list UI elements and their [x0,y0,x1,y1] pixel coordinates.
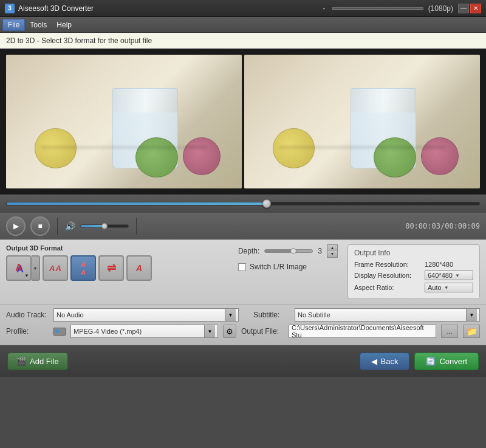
volume-thumb[interactable] [101,223,108,229]
audio-track-value: No Audio [56,311,84,319]
audio-track-label: Audio Track: [6,311,49,319]
display-res-value: 640*480 [428,272,453,279]
output-info-panel: Output Info Frame Resolution: 1280*480 D… [347,244,480,299]
aspect-ratio-label: Aspect Ratio: [354,284,421,291]
anaglyph-icon: A [15,263,22,274]
depth-thumb[interactable] [290,248,296,254]
anaglyph-btn-wrapper: A ▼ ▼ [6,255,40,281]
back-label: Back [381,357,399,366]
anaglyph-dropdown-arrow[interactable]: ▼ [32,255,40,281]
switch-checkbox[interactable] [238,263,246,271]
gear-button[interactable]: ⚙ [223,325,236,338]
folder-icon: 📁 [467,326,477,336]
profile-output-row: Profile: MPEG-4 Video (*.mp4) ▼ ⚙ Output… [6,325,480,338]
output-file-value: C:\Users\Administrator\Documents\Aiseeso… [292,325,433,338]
sidebyside-icon: AA [49,264,61,273]
minimize-button[interactable]: — [458,4,469,13]
display-res-label: Display Resolution: [354,272,421,279]
switch-row: Switch L/R Image [238,263,338,271]
seekbar-area[interactable] [0,195,486,213]
convert-button[interactable]: 🔄 Convert [414,353,479,370]
time-display: 00:00:03/00:00:09 [405,222,480,230]
output-file-label: Output File: [241,327,284,336]
app-title: Aiseesoft 3D Converter [18,4,321,13]
footer-right-buttons: ◀ Back 🔄 Convert [360,353,479,370]
profile-select[interactable]: MPEG-4 Video (*.mp4) ▼ [70,325,218,338]
menu-help[interactable]: Help [52,19,77,30]
macaron-green-right [374,137,416,177]
frame-res-row: Frame Resolution: 1280*480 [354,261,473,268]
depth-down-button[interactable]: ▼ [327,251,337,257]
format-btn-sidebyside[interactable]: AA [43,255,68,281]
preview-canvas-right [244,55,480,188]
back-button[interactable]: ◀ Back [360,353,410,370]
display-res-dropdown[interactable]: 640*480 ▼ [425,271,473,280]
depth-fill [265,250,293,252]
subtitle-label: Subtitle: [253,311,290,319]
audio-track-select[interactable]: No Audio ▼ [53,308,239,322]
output-file-input: C:\Users\Administrator\Documents\Aiseeso… [289,325,436,338]
aspect-ratio-row: Aspect Ratio: Auto ▼ [354,283,473,292]
profile-value: MPEG-4 Video (*.mp4) [74,328,142,335]
menu-tools[interactable]: Tools [25,19,52,30]
depth-track[interactable] [264,249,313,253]
seekbar-fill [7,202,267,205]
preview-canvas-left [6,55,242,188]
frame-res-label: Frame Resolution: [354,261,421,268]
depth-up-button[interactable]: ▲ [327,245,337,251]
subtitle-arrow[interactable]: ▼ [466,309,477,321]
frame-res-value: 1280*480 [425,261,453,268]
display-res-row: Display Resolution: 640*480 ▼ [354,271,473,280]
format-btn-special1[interactable]: ⇌ [98,255,124,281]
seekbar-thumb[interactable] [262,199,271,208]
back-icon: ◀ [371,357,377,366]
format-btn-topbottom[interactable]: AA [70,255,96,281]
seekbar-track[interactable] [6,202,480,205]
audio-track-arrow[interactable]: ▼ [225,309,236,321]
add-file-icon: 🎬 [16,357,26,366]
preview-right [244,55,480,188]
menu-file[interactable]: File [2,19,25,31]
subtitle-select[interactable]: No Subtitle ▼ [295,308,480,322]
stop-button[interactable]: ■ [30,216,50,236]
topbottom-icon: AA [81,261,86,276]
volume-track[interactable] [80,224,129,228]
ctrl-divider-1 [57,218,58,235]
controls-area: ▶ ■ 🔊 00:00:03/00:00:09 [0,213,486,240]
format-btn-special2[interactable]: A [126,255,152,281]
info-message: 2D to 3D - Select 3D format for the outp… [6,36,152,45]
subtitle-value: No Subtitle [298,311,330,319]
profile-label: Profile: [6,327,49,336]
format-buttons: A ▼ ▼ AA AA ⇌ [6,255,228,281]
format-section-label: Output 3D Format [6,244,228,252]
close-button[interactable]: ✕ [470,4,481,13]
folder-button[interactable]: 📁 [463,325,480,338]
window-controls: — ✕ [458,4,481,13]
title-url [332,7,423,10]
resolution-label: (1080p) [428,4,453,13]
volume-icon: 🔊 [65,221,75,231]
macaron-green-left [135,137,178,177]
special2-icon: A [136,263,142,273]
profile-arrow[interactable]: ▼ [204,325,215,337]
dots-button[interactable]: ... [441,325,458,338]
preview-area [0,49,486,195]
add-file-button[interactable]: 🎬 Add File [7,353,68,370]
add-file-label: Add File [30,357,59,366]
macaron-yellow-left [35,128,77,168]
play-button[interactable]: ▶ [6,216,26,236]
format-btn-anaglyph[interactable]: A ▼ [6,255,32,281]
profile-icon [53,328,66,336]
aspect-ratio-value: Auto [428,284,442,291]
switch-label: Switch L/R Image [250,263,307,271]
depth-spinner[interactable]: ▲ ▼ [327,244,338,258]
audio-subtitle-row: Audio Track: No Audio ▼ Subtitle: No Sub… [6,308,480,322]
display-res-arrow: ▼ [455,273,460,278]
macaron-pink-left [183,137,221,175]
aspect-ratio-dropdown[interactable]: Auto ▼ [425,283,473,292]
depth-row: Depth: 3 ▲ ▼ [238,244,338,258]
macaron-yellow-right [273,128,315,168]
convert-label: Convert [439,357,467,366]
footer: 🎬 Add File ◀ Back 🔄 Convert [0,345,486,377]
title-dash: - [321,4,327,13]
